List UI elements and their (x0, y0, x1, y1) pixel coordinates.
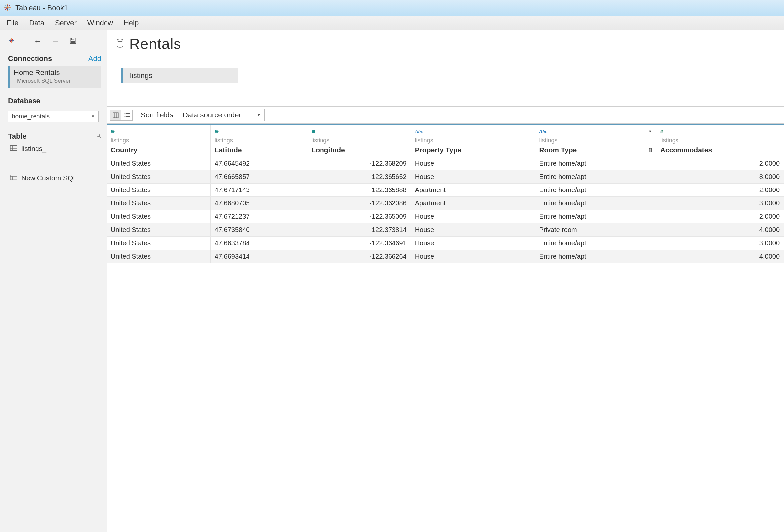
table-cell: 47.6721237 (211, 210, 307, 223)
globe-icon: ⊕ (111, 129, 115, 134)
table-cell: House (411, 250, 535, 263)
search-icon[interactable] (96, 133, 101, 140)
table-row[interactable]: United States47.6693414-122.366264HouseE… (107, 250, 784, 263)
menu-window[interactable]: Window (87, 19, 113, 27)
table-cell: 2.0000 (656, 184, 784, 197)
table-row[interactable]: United States47.6735840-122.373814HouseP… (107, 223, 784, 236)
table-row[interactable]: United States47.6680705-122.362086Apartm… (107, 197, 784, 210)
table-cell: Entire home/apt (535, 236, 656, 250)
globe-icon: ⊕ (215, 129, 219, 134)
column-header[interactable]: ⊕listingsLatitude (211, 124, 307, 157)
connection-item[interactable]: Home Rentals Microsoft SQL Server (8, 66, 101, 88)
sort-fields-select[interactable]: Data source order ▼ (176, 109, 265, 121)
tableau-logo-icon (3, 3, 12, 12)
column-name: Longitude (311, 146, 345, 154)
table-cell: United States (107, 236, 211, 250)
add-connection-link[interactable]: Add (88, 54, 101, 63)
connection-type: Microsoft SQL Server (13, 77, 96, 84)
table-row[interactable]: United States47.6717143-122.365888Apartm… (107, 184, 784, 197)
column-header[interactable]: AbclistingsProperty Type (411, 124, 535, 157)
table-cell: 47.6645492 (211, 157, 307, 170)
column-source: listings (215, 134, 303, 144)
column-name: Accommodates (660, 146, 712, 154)
menu-help[interactable]: Help (124, 19, 139, 27)
database-value: home_rentals (11, 113, 50, 120)
table-cell: -122.365652 (307, 170, 411, 184)
table-cell: Entire home/apt (535, 157, 656, 170)
column-header[interactable]: #listingsAccommodates (656, 124, 784, 157)
table-cell: -122.365009 (307, 210, 411, 223)
table-row[interactable]: United States47.6721237-122.365009HouseE… (107, 210, 784, 223)
abc-icon: Abc (539, 129, 547, 134)
left-sidebar: ← → Connections Add Home Rentals Microso… (0, 30, 107, 532)
table-row[interactable]: United States47.6665857-122.365652HouseE… (107, 170, 784, 184)
new-custom-sql[interactable]: fx New Custom SQL (0, 173, 107, 183)
window-titlebar: Tableau - Book1 (0, 0, 784, 16)
save-icon[interactable] (69, 37, 77, 46)
column-name: Latitude (215, 146, 242, 154)
table-cell: Entire home/apt (535, 170, 656, 184)
canvas-table-pill[interactable]: listings (121, 68, 238, 83)
table-cell: Apartment (411, 197, 535, 210)
column-header[interactable]: ⊕listingsLongitude (307, 124, 411, 157)
table-row[interactable]: United States47.6633784-122.364691HouseE… (107, 236, 784, 250)
menu-file[interactable]: File (7, 19, 18, 27)
menu-data[interactable]: Data (29, 19, 44, 27)
svg-point-36 (124, 115, 125, 116)
sort-icon[interactable]: ⇅ (648, 147, 652, 153)
database-heading: Database (8, 96, 40, 105)
table-cell: 47.6735840 (211, 223, 307, 236)
table-cell: -122.362086 (307, 197, 411, 210)
svg-line-3 (9, 8, 10, 10)
table-name: listings_ (21, 145, 47, 153)
menu-server[interactable]: Server (55, 19, 77, 27)
svg-line-18 (99, 136, 101, 138)
table-cell: United States (107, 170, 211, 184)
table-cell: Private room (535, 223, 656, 236)
data-grid: ⊕listingsCountry⊕listingsLatitude⊕listin… (107, 124, 784, 263)
column-source: listings (111, 134, 206, 144)
chevron-down-icon[interactable]: ▼ (648, 130, 652, 133)
view-grid-button[interactable] (110, 110, 121, 121)
svg-text:fx: fx (11, 177, 13, 180)
view-list-button[interactable] (121, 110, 133, 121)
table-cell: 4.0000 (656, 223, 784, 236)
table-cell: House (411, 223, 535, 236)
column-name: Property Type (415, 146, 461, 154)
chevron-down-icon: ▼ (253, 109, 264, 121)
table-cell: Entire home/apt (535, 184, 656, 197)
hash-icon: # (660, 129, 663, 134)
column-header[interactable]: ⊕listingsCountry (107, 124, 211, 157)
custom-sql-label: New Custom SQL (21, 174, 77, 182)
column-header[interactable]: Abc▼listingsRoom Type⇅ (535, 124, 656, 157)
column-name: Room Type (539, 146, 577, 154)
datasource-title[interactable]: Rentals (130, 36, 181, 52)
table-row[interactable]: United States47.6645492-122.368209HouseE… (107, 157, 784, 170)
database-select[interactable]: home_rentals ▼ (8, 111, 99, 122)
table-cell: -122.368209 (307, 157, 411, 170)
table-cell: -122.365888 (307, 184, 411, 197)
table-cell: 3.0000 (656, 236, 784, 250)
column-name: Country (111, 146, 138, 154)
menu-bar: File Data Server Window Help (0, 16, 784, 30)
column-source: listings (660, 134, 780, 144)
table-cell: 47.6633784 (211, 236, 307, 250)
toolbar-separator (24, 36, 24, 46)
table-cell: 47.6693414 (211, 250, 307, 263)
table-cell: United States (107, 157, 211, 170)
table-cell: 4.0000 (656, 250, 784, 263)
table-cell: 47.6680705 (211, 197, 307, 210)
datasource-icon[interactable]: ▾ (116, 39, 124, 50)
table-cell: House (411, 210, 535, 223)
table-cell: Entire home/apt (535, 197, 656, 210)
svg-rect-30 (113, 113, 118, 118)
table-listings[interactable]: listings_ (0, 143, 107, 154)
table-cell: Entire home/apt (535, 210, 656, 223)
svg-point-35 (124, 113, 125, 114)
tableau-logo-small-icon[interactable] (8, 37, 15, 45)
connection-name: Home Rentals (13, 68, 96, 77)
table-cell: 8.0000 (656, 170, 784, 184)
svg-point-37 (124, 116, 125, 117)
back-button[interactable]: ← (33, 37, 42, 46)
sort-fields-label: Sort fields (141, 111, 173, 119)
